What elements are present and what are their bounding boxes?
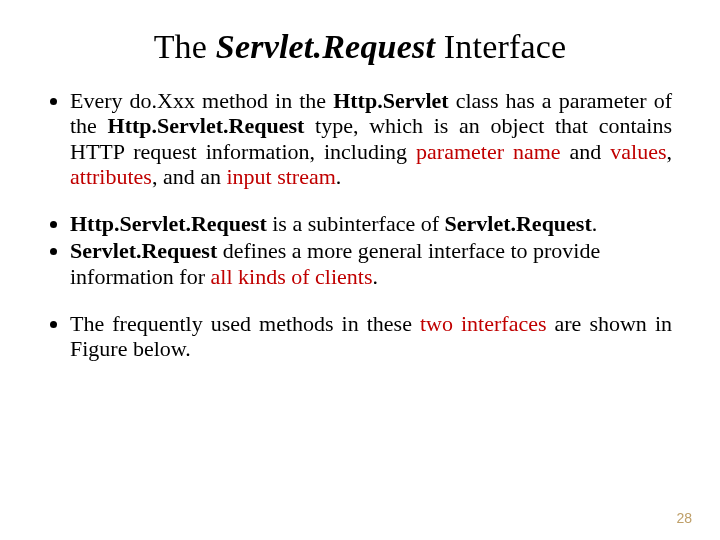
slide-title: The Servlet.Request Interface (48, 28, 672, 66)
text: . (592, 211, 598, 236)
bold-text: Servlet.Request (70, 238, 217, 263)
text: Every do.Xxx method in the (70, 88, 333, 113)
bullet-2: Http.Servlet.Request is a subinterface o… (70, 211, 672, 236)
slide: The Servlet.Request Interface Every do.X… (0, 0, 720, 540)
page-number: 28 (676, 510, 692, 526)
highlight-text: values (610, 139, 666, 164)
bold-text: Servlet.Request (445, 211, 592, 236)
text: . (372, 264, 378, 289)
bullet-3: Servlet.Request defines a more general i… (70, 238, 672, 289)
bullet-list: Every do.Xxx method in the Http.Servlet … (48, 88, 672, 362)
highlight-text: attributes (70, 164, 152, 189)
highlight-text: parameter name (416, 139, 561, 164)
bold-text: Http.Servlet.Request (108, 113, 305, 138)
text: is a subinterface of (267, 211, 445, 236)
title-emph: Servlet.Request (216, 28, 435, 65)
highlight-text: two interfaces (420, 311, 547, 336)
highlight-text: all kinds of clients (211, 264, 373, 289)
bullet-4: The frequently used methods in these two… (70, 311, 672, 362)
highlight-text: input stream (226, 164, 335, 189)
text: , and an (152, 164, 227, 189)
text: The frequently used methods in these (70, 311, 420, 336)
title-pre: The (154, 28, 216, 65)
title-post: Interface (435, 28, 566, 65)
bullet-1: Every do.Xxx method in the Http.Servlet … (70, 88, 672, 189)
text: . (336, 164, 342, 189)
text: , (667, 139, 673, 164)
bold-text: Http.Servlet (333, 88, 448, 113)
text: and (561, 139, 611, 164)
bold-text: Http.Servlet.Request (70, 211, 267, 236)
